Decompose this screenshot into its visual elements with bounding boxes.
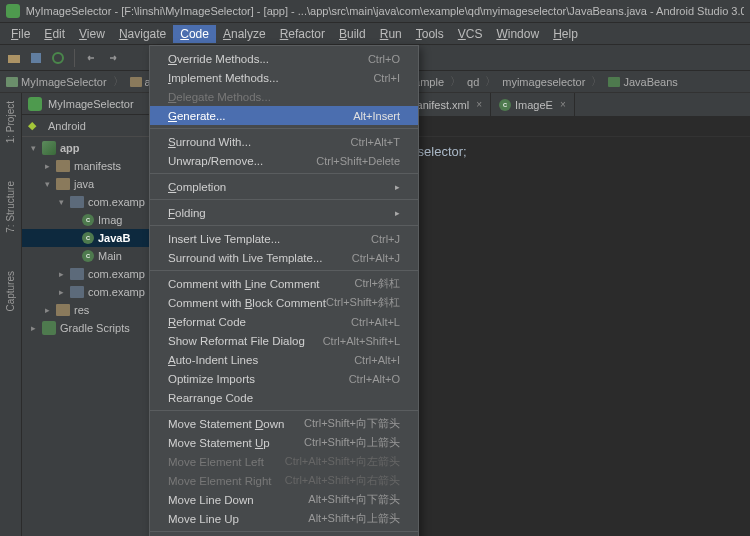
expand-icon: ▾: [42, 179, 52, 189]
breadcrumb-item[interactable]: myimageselector: [502, 76, 585, 88]
menu-item[interactable]: Move Line UpAlt+Shift+向上箭头: [150, 509, 418, 528]
class-icon: c: [82, 250, 94, 262]
menu-item[interactable]: Move Line DownAlt+Shift+向下箭头: [150, 490, 418, 509]
folder-icon: [130, 77, 142, 87]
menubar: FileEditViewNavigateCodeAnalyzeRefactorB…: [0, 23, 750, 45]
expand-icon: ▸: [42, 305, 52, 315]
svg-point-2: [53, 53, 63, 63]
menu-vcs[interactable]: VCS: [451, 25, 490, 43]
menu-refactor[interactable]: Refactor: [273, 25, 332, 43]
menu-item[interactable]: Folding▸: [150, 203, 418, 222]
menu-separator: [150, 173, 418, 174]
menu-code[interactable]: Code: [173, 25, 216, 43]
open-icon[interactable]: [6, 50, 22, 66]
expand-icon: ▸: [28, 323, 38, 333]
expand-icon: ▸: [56, 287, 66, 297]
menu-tools[interactable]: Tools: [409, 25, 451, 43]
menu-view[interactable]: View: [72, 25, 112, 43]
window-title: MyImageSelector - [F:\linshi\MyImageSele…: [26, 5, 744, 17]
folder-icon: [56, 178, 70, 190]
menu-item[interactable]: Completion▸: [150, 177, 418, 196]
menu-item[interactable]: Override Methods...Ctrl+O: [150, 49, 418, 68]
chevron-icon: 〉: [485, 74, 496, 89]
project-logo-icon: [28, 97, 42, 111]
svg-rect-1: [31, 53, 41, 63]
menu-item[interactable]: Surround with Live Template...Ctrl+Alt+J: [150, 248, 418, 267]
code-menu-dropdown: Override Methods...Ctrl+OImplement Metho…: [149, 45, 419, 536]
menu-item[interactable]: Unwrap/Remove...Ctrl+Shift+Delete: [150, 151, 418, 170]
gradle-icon: [42, 321, 56, 335]
close-icon[interactable]: ×: [560, 99, 566, 110]
menu-separator: [150, 410, 418, 411]
menu-item[interactable]: Generate...Alt+Insert: [150, 106, 418, 125]
menu-separator: [150, 199, 418, 200]
class-icon: c: [82, 232, 94, 244]
editor-tab[interactable]: cImageE×: [491, 93, 575, 116]
menu-item[interactable]: Implement Methods...Ctrl+I: [150, 68, 418, 87]
file-icon: c: [499, 99, 511, 111]
chevron-icon: 〉: [591, 74, 602, 89]
menu-edit[interactable]: Edit: [37, 25, 72, 43]
menu-separator: [150, 225, 418, 226]
menu-item[interactable]: Comment with Block CommentCtrl+Shift+斜杠: [150, 293, 418, 312]
expand-icon: ▸: [42, 161, 52, 171]
titlebar: MyImageSelector - [F:\linshi\MyImageSele…: [0, 0, 750, 23]
class-icon: c: [82, 214, 94, 226]
menu-item: Move Element RightCtrl+Alt+Shift+向右箭头: [150, 471, 418, 490]
menu-help[interactable]: Help: [546, 25, 585, 43]
menu-file[interactable]: File: [4, 25, 37, 43]
menu-build[interactable]: Build: [332, 25, 373, 43]
breadcrumb-item[interactable]: qd: [467, 76, 479, 88]
menu-item[interactable]: Show Reformat File DialogCtrl+Alt+Shift+…: [150, 331, 418, 350]
module-icon: [42, 141, 56, 155]
save-icon[interactable]: [28, 50, 44, 66]
menu-analyze[interactable]: Analyze: [216, 25, 273, 43]
folder-icon: [56, 160, 70, 172]
breadcrumb-item[interactable]: MyImageSelector: [6, 76, 107, 88]
left-sidebar: 1: Project 7: Structure Captures: [0, 93, 22, 536]
folder-icon: [608, 77, 620, 87]
sidebar-tab-captures[interactable]: Captures: [3, 267, 18, 316]
menu-item: Delegate Methods...: [150, 87, 418, 106]
svg-rect-0: [8, 55, 20, 63]
expand-icon: ▸: [56, 269, 66, 279]
close-icon[interactable]: ×: [476, 99, 482, 110]
app-logo-icon: [6, 4, 20, 18]
refresh-icon[interactable]: [50, 50, 66, 66]
submenu-arrow-icon: ▸: [395, 208, 400, 218]
sidebar-tab-structure[interactable]: 7: Structure: [3, 177, 18, 237]
menu-item[interactable]: Reformat CodeCtrl+Alt+L: [150, 312, 418, 331]
breadcrumb-item[interactable]: JavaBeans: [608, 76, 677, 88]
menu-item[interactable]: Surround With...Ctrl+Alt+T: [150, 132, 418, 151]
folder-icon: [6, 77, 18, 87]
chevron-icon: 〉: [113, 74, 124, 89]
menu-window[interactable]: Window: [489, 25, 546, 43]
android-icon: ◆: [28, 119, 42, 133]
package-icon: [70, 286, 84, 298]
menu-item[interactable]: Optimize ImportsCtrl+Alt+O: [150, 369, 418, 388]
menu-item[interactable]: Auto-Indent LinesCtrl+Alt+I: [150, 350, 418, 369]
menu-item[interactable]: Move Statement UpCtrl+Shift+向上箭头: [150, 433, 418, 452]
sidebar-tab-project[interactable]: 1: Project: [3, 97, 18, 147]
expand-icon: ▾: [28, 143, 38, 153]
submenu-arrow-icon: ▸: [395, 182, 400, 192]
menu-separator: [150, 531, 418, 532]
android-view-label: Android: [48, 120, 86, 132]
project-title: MyImageSelector: [48, 98, 134, 110]
menu-item[interactable]: Comment with Line CommentCtrl+斜杠: [150, 274, 418, 293]
menu-item[interactable]: Rearrange Code: [150, 388, 418, 407]
chevron-icon: 〉: [450, 74, 461, 89]
undo-icon[interactable]: [83, 50, 99, 66]
menu-navigate[interactable]: Navigate: [112, 25, 173, 43]
package-icon: [70, 196, 84, 208]
menu-separator: [150, 270, 418, 271]
folder-icon: [56, 304, 70, 316]
package-icon: [70, 268, 84, 280]
menu-separator: [150, 128, 418, 129]
expand-icon: ▾: [56, 197, 66, 207]
menu-item[interactable]: Insert Live Template...Ctrl+J: [150, 229, 418, 248]
menu-item: Move Element LeftCtrl+Alt+Shift+向左箭头: [150, 452, 418, 471]
menu-item[interactable]: Move Statement DownCtrl+Shift+向下箭头: [150, 414, 418, 433]
menu-run[interactable]: Run: [373, 25, 409, 43]
redo-icon[interactable]: [105, 50, 121, 66]
